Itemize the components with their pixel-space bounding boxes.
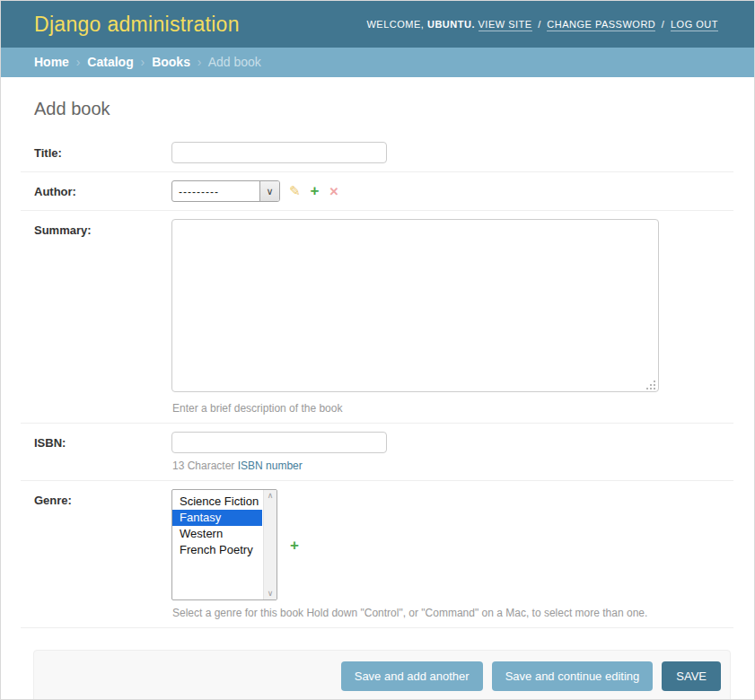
author-select[interactable]: --------- ∨ [171,180,280,202]
breadcrumb-catalog[interactable]: Catalog [87,55,133,69]
isbn-number-link[interactable]: ISBN number [238,459,303,472]
form-row-summary: Summary: Enter a brief description of th… [21,211,733,424]
genre-option-western[interactable]: Western [172,526,262,542]
username: UBUNTU. [427,19,475,30]
view-site-link[interactable]: VIEW SITE [478,19,532,31]
breadcrumb-separator: › [141,55,145,69]
genre-multiselect[interactable]: Science Fiction Fantasy Western French P… [171,489,277,600]
form-row-isbn: ISBN: 13 Character ISBN number [21,424,733,481]
breadcrumb: Home › Catalog › Books › Add book [1,48,754,77]
isbn-input[interactable] [171,432,387,453]
content-area: Add book Title: Author: --------- ∨ [1,77,754,700]
save-and-add-another-button[interactable]: Save and add another [341,661,483,691]
author-label: Author: [21,180,171,198]
breadcrumb-home[interactable]: Home [34,55,69,69]
submit-row: Save and add another Save and continue e… [33,650,731,700]
admin-header: Django administration WELCOME, UBUNTU. V… [1,1,754,48]
form-row-title: Title: [21,134,733,172]
form-row-author: Author: --------- ∨ ✎ + ✕ [21,172,733,211]
chevron-down-icon[interactable]: ∨ [259,181,279,201]
link-separator: / [662,19,665,30]
author-selected-option: --------- [172,181,259,201]
save-button[interactable]: SAVE [662,661,721,691]
log-out-link[interactable]: LOG OUT [671,19,718,31]
genre-scrollbar[interactable]: ∧ ∨ [263,490,277,599]
genre-option-science-fiction[interactable]: Science Fiction [172,494,262,510]
summary-textarea[interactable] [171,219,659,392]
summary-label: Summary: [21,219,171,237]
add-author-icon[interactable]: + [311,185,320,197]
link-separator: / [538,19,541,30]
site-title-link[interactable]: Django administration [34,13,240,37]
breadcrumb-books[interactable]: Books [152,55,190,69]
user-tools: WELCOME, UBUNTU. VIEW SITE / CHANGE PASS… [366,19,718,30]
form-row-genre: Genre: Science Fiction Fantasy Western F… [21,481,733,628]
isbn-help-text: 13 Character ISBN number [172,459,387,472]
page-title: Add book [34,99,754,119]
title-input[interactable] [171,142,387,163]
edit-author-icon[interactable]: ✎ [289,183,301,199]
isbn-help-prefix: 13 Character [172,459,238,472]
breadcrumb-separator: › [198,55,202,69]
welcome-text: WELCOME, [366,19,424,30]
change-password-link[interactable]: CHANGE PASSWORD [547,19,655,31]
add-genre-icon[interactable]: + [290,539,299,600]
delete-author-icon[interactable]: ✕ [329,185,339,198]
isbn-label: ISBN: [21,432,171,450]
breadcrumb-current: Add book [208,55,261,69]
django-admin-page: Django administration WELCOME, UBUNTU. V… [0,0,755,700]
genre-option-fantasy[interactable]: Fantasy [172,510,262,526]
genre-option-french-poetry[interactable]: French Poetry [172,542,262,558]
summary-help-text: Enter a brief description of the book [172,402,659,415]
genre-label: Genre: [21,489,171,507]
breadcrumb-separator: › [76,55,81,69]
genre-help-text: Select a genre for this book Hold down "… [172,607,647,619]
add-book-form: Title: Author: --------- ∨ ✎ + ✕ [1,134,754,700]
scroll-down-icon[interactable]: ∨ [268,590,274,598]
scroll-up-icon[interactable]: ∧ [268,492,274,500]
title-label: Title: [21,142,171,160]
save-and-continue-editing-button[interactable]: Save and continue editing [492,661,654,691]
resize-grip-icon[interactable] [646,381,655,389]
